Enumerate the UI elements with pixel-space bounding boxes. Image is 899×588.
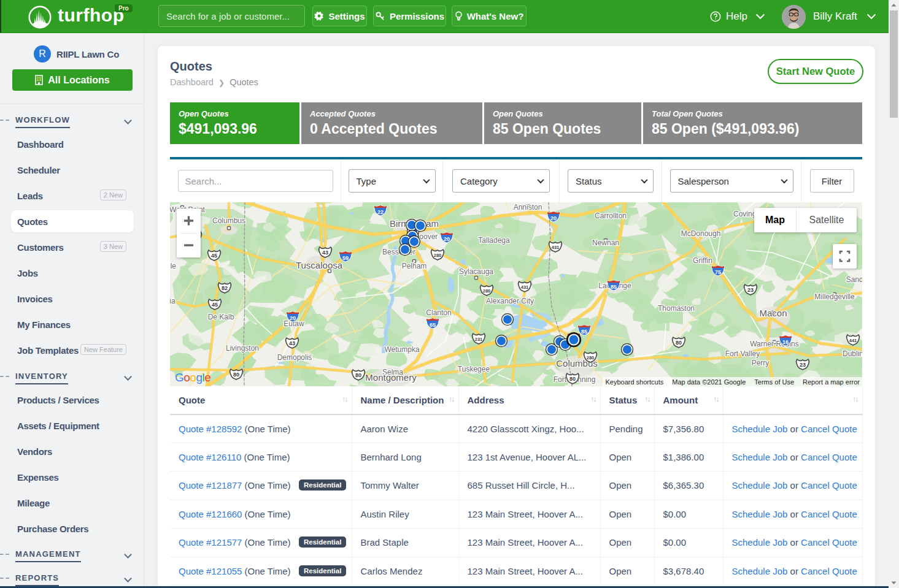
svg-text:80: 80 bbox=[569, 376, 576, 382]
svg-text:Montgomery: Montgomery bbox=[365, 372, 417, 383]
svg-text:Milledgeville: Milledgeville bbox=[814, 292, 855, 301]
svg-text:280: 280 bbox=[587, 355, 595, 361]
svg-text:431: 431 bbox=[521, 284, 529, 290]
svg-text:Talladega: Talladega bbox=[478, 236, 510, 245]
svg-text:Tuskegee: Tuskegee bbox=[458, 365, 490, 373]
svg-text:441: 441 bbox=[849, 338, 857, 343]
svg-text:85: 85 bbox=[611, 284, 617, 290]
svg-text:Tuscaloosa: Tuscaloosa bbox=[296, 260, 343, 270]
svg-text:80: 80 bbox=[676, 340, 682, 346]
svg-text:Perry: Perry bbox=[752, 359, 770, 367]
svg-text:McDonough: McDonough bbox=[681, 229, 721, 238]
svg-text:231: 231 bbox=[475, 337, 483, 342]
svg-text:43: 43 bbox=[289, 340, 295, 346]
svg-text:59: 59 bbox=[342, 255, 349, 261]
svg-text:43: 43 bbox=[322, 250, 328, 256]
svg-text:Newnan: Newnan bbox=[592, 239, 619, 247]
svg-text:65: 65 bbox=[430, 322, 436, 328]
svg-text:Sanders: Sanders bbox=[846, 275, 862, 284]
svg-text:75: 75 bbox=[715, 269, 721, 275]
svg-text:Columbus: Columbus bbox=[212, 216, 245, 225]
svg-text:Alexander City: Alexander City bbox=[486, 297, 534, 305]
svg-text:431: 431 bbox=[552, 245, 560, 250]
svg-text:280: 280 bbox=[434, 253, 442, 258]
svg-text:Dublin: Dublin bbox=[843, 349, 862, 358]
svg-text:Anniston: Anniston bbox=[514, 203, 542, 212]
svg-text:80: 80 bbox=[355, 372, 361, 378]
svg-text:20: 20 bbox=[444, 236, 450, 242]
svg-text:20: 20 bbox=[290, 315, 296, 321]
svg-text:Wetumpka: Wetumpka bbox=[384, 345, 419, 354]
svg-text:lle: lle bbox=[170, 262, 176, 270]
svg-text:82: 82 bbox=[222, 285, 228, 291]
svg-text:16: 16 bbox=[782, 339, 789, 345]
svg-text:45: 45 bbox=[211, 253, 217, 259]
svg-text:45: 45 bbox=[212, 302, 218, 308]
svg-text:ia: ia bbox=[170, 297, 176, 305]
svg-text:Fort Valley: Fort Valley bbox=[725, 349, 760, 358]
svg-text:20: 20 bbox=[550, 215, 557, 221]
svg-text:Griffin: Griffin bbox=[693, 256, 712, 265]
svg-text:Thomaston: Thomaston bbox=[658, 304, 695, 313]
svg-text:80: 80 bbox=[233, 372, 239, 378]
svg-text:Macon: Macon bbox=[759, 308, 787, 318]
svg-text:De Kalb: De Kalb bbox=[208, 313, 234, 321]
svg-text:Pelham: Pelham bbox=[402, 262, 427, 270]
svg-text:Demopolis: Demopolis bbox=[277, 353, 312, 362]
svg-text:Livingston: Livingston bbox=[226, 344, 259, 353]
svg-text:Warner Robins: Warner Robins bbox=[750, 340, 799, 348]
svg-text:85: 85 bbox=[581, 329, 587, 335]
svg-text:23: 23 bbox=[800, 362, 806, 368]
svg-text:Clanton: Clanton bbox=[426, 308, 451, 317]
svg-text:Carrollton: Carrollton bbox=[595, 212, 627, 220]
svg-text:280: 280 bbox=[483, 288, 491, 294]
svg-text:22: 22 bbox=[377, 209, 384, 215]
svg-text:23: 23 bbox=[747, 287, 754, 293]
svg-text:Sylacauga: Sylacauga bbox=[459, 267, 493, 276]
